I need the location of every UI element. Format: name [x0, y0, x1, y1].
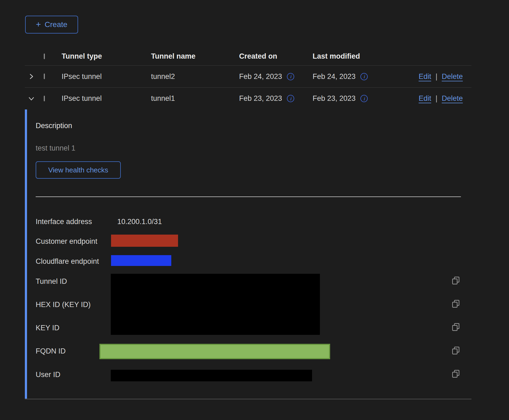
copy-icon: [451, 322, 460, 332]
delete-link[interactable]: Delete: [442, 94, 463, 103]
collapse-toggle[interactable]: [25, 95, 44, 102]
user-id-label: User ID: [36, 371, 61, 379]
customer-endpoint-label: Customer endpoint: [36, 237, 97, 246]
header-created-on: Created on: [239, 52, 313, 61]
table-row: IPsec tunnel tunnel1 Feb 23, 2023 i Feb …: [25, 88, 471, 109]
create-button-label: Create: [45, 20, 67, 29]
cell-created-on: Feb 23, 2023: [239, 94, 282, 103]
tunnel-detail-panel: Description test tunnel 1 View health ch…: [25, 109, 471, 399]
info-icon[interactable]: i: [287, 73, 294, 80]
ids-redaction-block: [111, 274, 320, 335]
header-last-modified: Last modified: [313, 52, 386, 61]
link-separator: |: [436, 94, 437, 103]
interface-address-value: 10.200.1.0/31: [117, 218, 162, 226]
select-all-checkbox[interactable]: [44, 54, 45, 59]
hex-id-label: HEX ID (KEY ID): [36, 301, 91, 309]
copy-key-id-button[interactable]: [451, 322, 460, 332]
header-tunnel-type: Tunnel type: [62, 52, 151, 61]
fqdn-id-label: FQDN ID: [36, 347, 66, 355]
cloudflare-endpoint-redaction: [111, 255, 171, 266]
description-value: test tunnel 1: [36, 144, 75, 152]
link-separator: |: [436, 72, 437, 81]
cell-created-on: Feb 24, 2023: [239, 72, 282, 81]
key-id-label: KEY ID: [36, 324, 59, 332]
description-label: Description: [36, 122, 72, 130]
tunnels-page: + Create Tunnel type Tunnel name Created…: [0, 0, 509, 420]
copy-icon: [451, 276, 460, 285]
plus-icon: +: [36, 20, 41, 29]
cell-tunnel-name: tunnel1: [151, 94, 239, 103]
header-tunnel-name: Tunnel name: [151, 52, 239, 61]
fqdn-id-redaction: [99, 344, 330, 359]
cell-tunnel-type: IPsec tunnel: [62, 72, 151, 81]
copy-tunnel-id-button[interactable]: [451, 276, 460, 285]
tunnel-id-label: Tunnel ID: [36, 277, 67, 286]
expanded-row-indicator-bar: [25, 109, 27, 399]
info-icon[interactable]: i: [360, 73, 368, 80]
user-id-redaction: [111, 370, 312, 381]
chevron-right-icon: [28, 73, 35, 80]
customer-endpoint-redaction: [111, 235, 178, 247]
copy-fqdn-id-button[interactable]: [451, 346, 460, 355]
delete-link[interactable]: Delete: [442, 72, 463, 81]
cell-tunnel-type: IPsec tunnel: [62, 94, 151, 103]
copy-user-id-button[interactable]: [451, 369, 460, 378]
cloudflare-endpoint-label: Cloudflare endpoint: [36, 257, 99, 266]
edit-link[interactable]: Edit: [418, 94, 431, 103]
row-checkbox[interactable]: [44, 74, 45, 79]
tunnels-table: Tunnel type Tunnel name Created on Last …: [25, 47, 471, 109]
section-divider: [36, 196, 461, 197]
row-checkbox[interactable]: [44, 96, 45, 101]
table-row: IPsec tunnel tunnel2 Feb 24, 2023 i Feb …: [25, 66, 471, 88]
create-button[interactable]: + Create: [25, 16, 78, 34]
expand-toggle[interactable]: [25, 73, 44, 80]
info-icon[interactable]: i: [287, 95, 294, 102]
copy-icon: [451, 346, 460, 355]
cell-tunnel-name: tunnel2: [151, 72, 239, 81]
chevron-down-icon: [28, 95, 35, 102]
info-icon[interactable]: i: [360, 95, 368, 102]
cell-last-modified: Feb 24, 2023: [313, 72, 356, 81]
copy-hex-id-button[interactable]: [451, 299, 460, 308]
edit-link[interactable]: Edit: [418, 72, 431, 81]
table-header-row: Tunnel type Tunnel name Created on Last …: [25, 47, 471, 66]
copy-icon: [451, 369, 460, 378]
interface-address-label: Interface address: [36, 218, 92, 226]
copy-icon: [451, 299, 460, 308]
cell-last-modified: Feb 23, 2023: [313, 94, 356, 103]
view-health-checks-button[interactable]: View health checks: [36, 161, 121, 179]
